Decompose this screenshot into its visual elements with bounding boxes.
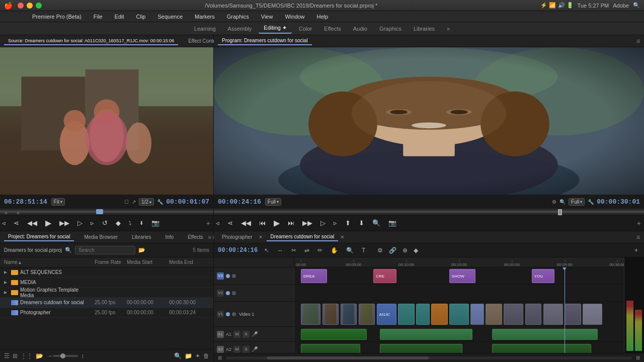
source-go-out-btn[interactable]: ▷ (75, 218, 85, 228)
program-fit-select-2[interactable]: Full (569, 198, 585, 206)
program-lift-btn[interactable]: ⬆ (343, 218, 353, 228)
source-wrench-icon[interactable]: 🔧 (157, 199, 163, 205)
project-item[interactable]: ▶ MEDIA (0, 278, 213, 288)
v2-sync-btn[interactable]: V2 (217, 290, 224, 297)
timeline-markers-btn[interactable]: ◆ (412, 246, 420, 255)
v1-clip-6[interactable] (416, 304, 429, 325)
program-video-display[interactable] (214, 47, 644, 195)
source-step-fwd-btn[interactable]: ▶▶ (57, 218, 71, 228)
a1-mic-icon[interactable]: 🎤 (252, 331, 258, 337)
program-panel-menu[interactable]: ≡ (636, 38, 640, 45)
a1-track-body[interactable] (294, 327, 624, 342)
menu-premiere[interactable]: Premiere Pro (Beta) (30, 13, 84, 21)
source-step-back-btn[interactable]: ◀◀ (25, 218, 39, 228)
source-fraction-select[interactable]: 1/2 (139, 198, 154, 206)
col-header-name[interactable]: Name ▴ (4, 259, 93, 265)
program-settings-icon[interactable]: ⚙ (552, 199, 556, 205)
v3-sync-btn[interactable]: V3 (217, 273, 224, 280)
program-zoom-btn[interactable]: 🔍 (370, 218, 382, 228)
freeform-view-icon[interactable]: ⋮⋮ (21, 352, 33, 359)
tool-slip[interactable]: ⇌ (302, 246, 311, 255)
program-prev-btn[interactable]: ⏮ (257, 218, 268, 228)
project-item[interactable]: ▶ Dreamers cutdown for social 25.00 fps … (0, 298, 213, 308)
ws-tab-libraries[interactable]: Libraries (409, 24, 440, 33)
menu-clip[interactable]: Clip (134, 13, 148, 21)
a2-clip-2[interactable] (380, 344, 462, 353)
menu-window[interactable]: Window (283, 13, 306, 21)
timeline-settings-btn[interactable]: ⚙ (375, 246, 385, 255)
timeline-magnet-btn[interactable]: ⊕ (400, 246, 410, 255)
tool-pen[interactable]: ✏ (315, 246, 325, 255)
source-video-display[interactable] (0, 47, 213, 195)
v1-clip-5[interactable] (398, 304, 415, 325)
source-scrubber[interactable] (0, 209, 213, 215)
source-add-btn[interactable]: + (206, 219, 210, 227)
a2-track-body[interactable] (294, 342, 624, 353)
v3-track-clips[interactable]: DREA CRE SHOW YOU (294, 267, 624, 284)
v1-clip-a013c[interactable]: A013C (377, 304, 396, 325)
v2-lock-toggle[interactable] (232, 291, 236, 295)
v1-clip-8[interactable] (449, 304, 469, 325)
ws-tab-color[interactable]: Color (294, 24, 317, 33)
v1-clip-7[interactable] (431, 304, 448, 325)
col-header-start[interactable]: Media Start (127, 259, 167, 265)
project-new-bin-icon[interactable]: 📂 (138, 247, 145, 253)
close-button[interactable] (18, 3, 24, 9)
menu-graphics[interactable]: Graphics (225, 13, 251, 21)
v3-clip-show[interactable]: SHOW (449, 269, 475, 283)
ws-tab-learning[interactable]: Learning (189, 24, 221, 33)
program-step-back-btn[interactable]: ◀◀ (239, 218, 253, 228)
new-item-icon[interactable]: ✦ (195, 352, 200, 359)
expand-icon[interactable]: ▶ (4, 270, 9, 275)
source-marker-btn[interactable]: ◆ (114, 218, 123, 228)
v1-clip-13[interactable] (543, 304, 563, 325)
new-folder-icon[interactable]: 📁 (185, 352, 192, 359)
effects-tab[interactable]: Effects (184, 233, 207, 241)
menu-sequence[interactable]: Sequence (155, 13, 185, 21)
ws-tab-assembly[interactable]: Assembly (223, 24, 257, 33)
program-wrench-icon[interactable]: 🔧 (588, 199, 594, 205)
col-header-fps[interactable]: Frame Rate (95, 259, 125, 265)
timeline-timecode[interactable]: 00:00:24:16 (218, 247, 258, 254)
v1-clip-4[interactable] (359, 304, 375, 325)
maximize-button[interactable] (36, 3, 42, 9)
expand-icon[interactable]: ▶ (4, 280, 9, 285)
source-mark-in-btn[interactable]: ◃ (0, 218, 8, 228)
menu-edit[interactable]: Edit (113, 13, 126, 21)
a2-mic-icon[interactable]: 🎤 (252, 346, 258, 352)
a2-m-btn[interactable]: M (233, 346, 240, 353)
zoom-out-icon[interactable]: − (48, 352, 52, 359)
menu-markers[interactable]: Markers (193, 13, 217, 21)
a1-m-btn[interactable]: M (233, 331, 240, 338)
program-play-btn[interactable]: ▶ (272, 217, 282, 229)
v1-clip-15[interactable] (583, 304, 602, 325)
v3-track-body[interactable]: DREA CRE SHOW YOU (294, 267, 624, 285)
tool-text[interactable]: T (360, 246, 367, 255)
a1-track-clips[interactable] (294, 327, 624, 341)
timeline-add-btn[interactable]: + (632, 246, 640, 255)
program-zoom-icon[interactable]: 🔍 (559, 199, 566, 205)
v1-clip-10[interactable] (486, 304, 502, 325)
project-item[interactable]: ▶ Photographer 25.00 fps 00:00:00:00 00:… (0, 308, 213, 318)
menu-view[interactable]: View (259, 13, 275, 21)
tool-hand[interactable]: ✋ (329, 246, 340, 255)
v3-eye-toggle[interactable] (226, 274, 230, 278)
search-bottom-icon[interactable]: 🔍 (174, 352, 182, 359)
program-scrubber[interactable] (214, 209, 644, 215)
v1-clip-1[interactable] (301, 304, 320, 325)
timeline-tab-close[interactable]: ✕ (259, 234, 263, 240)
timeline-link-btn[interactable]: 🔗 (387, 246, 398, 255)
v1-clip-11[interactable] (504, 304, 523, 325)
new-bin-btn[interactable]: 📂 (36, 352, 43, 359)
tool-zoom[interactable]: 🔍 (344, 246, 356, 255)
v1-clip-12[interactable] (525, 304, 542, 325)
v3-clip-cre[interactable]: CRE (373, 269, 396, 283)
v3-clip-drea[interactable]: DREA (301, 269, 327, 283)
project-search-icon[interactable]: 🔍 (65, 247, 72, 253)
timeline-menu-icon[interactable]: ≡ (636, 234, 640, 241)
timeline-scroll-end[interactable]: ⊞ (636, 355, 640, 360)
program-export-btn[interactable]: 📷 (386, 218, 398, 228)
program-step-fwd-btn[interactable]: ▶▶ (300, 218, 314, 228)
ws-tab-audio[interactable]: Audio (348, 24, 372, 33)
program-scrubber-head[interactable] (558, 209, 562, 215)
